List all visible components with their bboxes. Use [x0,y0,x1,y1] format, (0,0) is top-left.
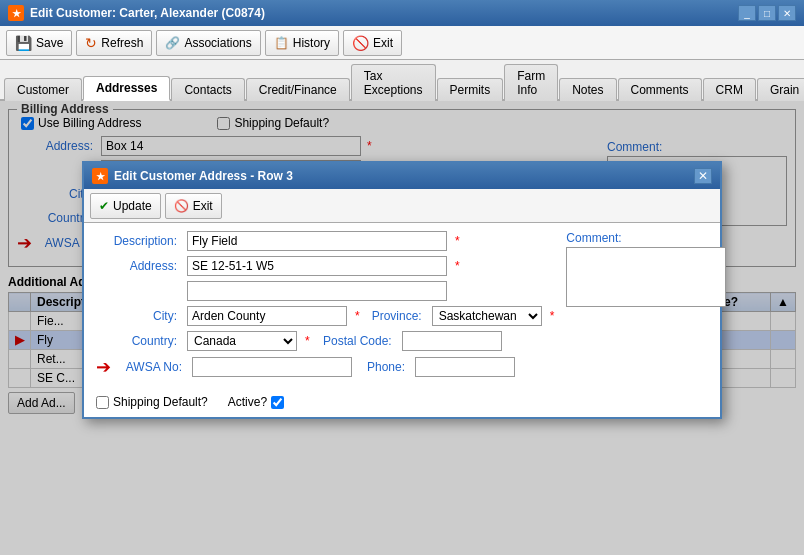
title-bar: ★ Edit Customer: Carter, Alexander (C087… [0,0,804,26]
edit-address-dialog: ★ Edit Customer Address - Row 3 ✕ ✔ Upda… [82,161,722,419]
modal-country-select[interactable]: Canada USA [187,331,297,351]
modal-active-checkbox[interactable] [271,396,284,409]
modal-title: Edit Customer Address - Row 3 [114,169,293,183]
tab-addresses[interactable]: Addresses [83,76,170,101]
save-icon: 💾 [15,35,32,51]
modal-province-select[interactable]: Saskatchewan Alberta [432,306,542,326]
update-button[interactable]: ✔ Update [90,193,161,219]
modal-awsa-arrow: ➔ [96,356,111,378]
modal-comment-label: Comment: [566,231,726,245]
tab-grain[interactable]: Grain [757,78,804,101]
modal-phone-label: Phone: [364,360,409,374]
modal-title-left: ★ Edit Customer Address - Row 3 [92,168,293,184]
tab-notes[interactable]: Notes [559,78,616,101]
modal-city-label: City: [96,309,181,323]
modal-addr1-input[interactable] [187,256,447,276]
tab-permits[interactable]: Permits [437,78,504,101]
modal-awsa-label: AWSA No: [121,360,186,374]
modal-city-input[interactable] [187,306,347,326]
modal-awsa-input[interactable] [192,357,352,377]
exit-icon: 🚫 [352,35,369,51]
modal-country-label: Country: [96,334,181,348]
associations-button[interactable]: 🔗 Associations [156,30,260,56]
modal-addr-label: Address: [96,259,181,273]
modal-bottom-row: Shipping Default? Active? [84,391,720,417]
tab-crm[interactable]: CRM [703,78,756,101]
tab-comments[interactable]: Comments [618,78,702,101]
modal-phone-input[interactable] [415,357,515,377]
modal-addr2-row [96,281,554,301]
refresh-icon: ↻ [85,35,97,51]
modal-province-label: Province: [366,309,426,323]
modal-country-row: Country: Canada USA * Postal Code: [96,331,554,351]
history-button[interactable]: 📋 History [265,30,339,56]
refresh-button[interactable]: ↻ Refresh [76,30,152,56]
tab-contacts[interactable]: Contacts [171,78,244,101]
modal-postal-input[interactable] [402,331,502,351]
maximize-button[interactable]: □ [758,5,776,21]
modal-desc-input[interactable] [187,231,447,251]
tab-customer[interactable]: Customer [4,78,82,101]
modal-close-button[interactable]: ✕ [694,168,712,184]
title-bar-controls[interactable]: _ □ ✕ [738,5,796,21]
modal-app-icon: ★ [92,168,108,184]
modal-title-bar: ★ Edit Customer Address - Row 3 ✕ [84,163,720,189]
modal-city-row: City: * Province: Saskatchewan Alberta * [96,306,554,326]
modal-toolbar: ✔ Update 🚫 Exit [84,189,720,223]
main-content: Billing Address Use Billing Address Ship… [0,101,804,555]
window-title: Edit Customer: Carter, Alexander (C0874) [30,6,265,20]
save-button[interactable]: 💾 Save [6,30,72,56]
tab-credit-finance[interactable]: Credit/Finance [246,78,350,101]
tabs-row: Customer Addresses Contacts Credit/Finan… [0,60,804,101]
associations-icon: 🔗 [165,36,180,50]
tab-tax-exceptions[interactable]: Tax Exceptions [351,64,436,101]
minimize-button[interactable]: _ [738,5,756,21]
tab-farm-info[interactable]: Farm Info [504,64,558,101]
modal-desc-row: Description: * [96,231,554,251]
app-icon: ★ [8,5,24,21]
modal-form: Description: * Address: * [84,223,720,391]
modal-desc-label: Description: [96,234,181,248]
modal-addr2-input[interactable] [187,281,447,301]
modal-comment-textarea[interactable] [566,247,726,307]
modal-active-label[interactable]: Active? [228,395,284,409]
modal-shipping-label[interactable]: Shipping Default? [96,395,208,409]
modal-postal-label: Postal Code: [316,334,396,348]
modal-exit-icon: 🚫 [174,199,189,213]
modal-shipping-checkbox[interactable] [96,396,109,409]
exit-button[interactable]: 🚫 Exit [343,30,402,56]
modal-exit-button[interactable]: 🚫 Exit [165,193,222,219]
history-icon: 📋 [274,36,289,50]
close-button[interactable]: ✕ [778,5,796,21]
modal-awsa-row: ➔ AWSA No: Phone: [96,356,554,378]
title-bar-left: ★ Edit Customer: Carter, Alexander (C087… [8,5,265,21]
modal-addr1-row: Address: * [96,256,554,276]
modal-overlay: ★ Edit Customer Address - Row 3 ✕ ✔ Upda… [0,101,804,555]
toolbar: 💾 Save ↻ Refresh 🔗 Associations 📋 Histor… [0,26,804,60]
update-icon: ✔ [99,199,109,213]
